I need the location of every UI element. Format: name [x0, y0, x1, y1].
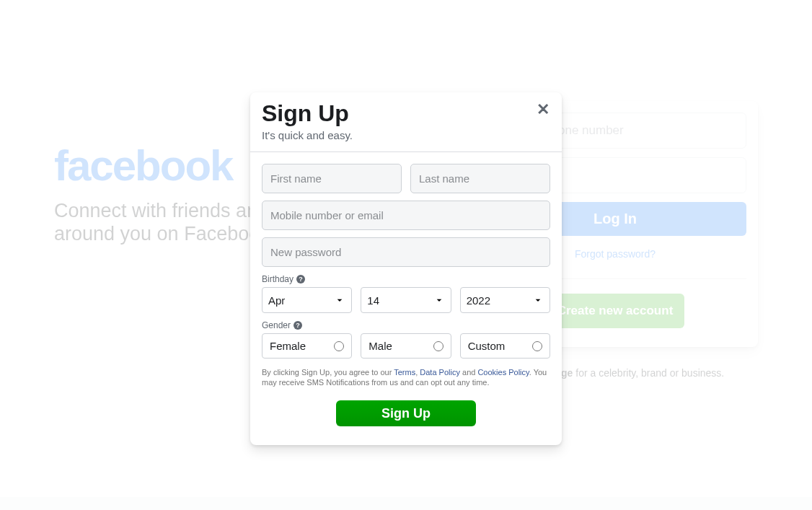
cookies-policy-link[interactable]: Cookies Policy: [477, 368, 529, 377]
legal-sep2: and: [460, 368, 477, 377]
question-icon[interactable]: ?: [296, 275, 305, 283]
gender-male-option[interactable]: Male: [361, 333, 451, 359]
data-policy-link[interactable]: Data Policy: [420, 368, 460, 377]
legal-prefix: By clicking Sign Up, you agree to our: [262, 368, 394, 377]
birthday-label-text: Birthday: [262, 274, 294, 284]
modal-subtitle: It's quick and easy.: [262, 127, 550, 144]
gender-custom-option[interactable]: Custom: [460, 333, 550, 359]
modal-header: Sign Up It's quick and easy. ✕: [250, 92, 562, 152]
birthday-label: Birthday ?: [262, 274, 550, 284]
gender-male-label: Male: [369, 340, 392, 352]
gender-female-option[interactable]: Female: [262, 333, 352, 359]
modal-overlay: Sign Up It's quick and easy. ✕ Birthday …: [0, 0, 812, 510]
close-icon[interactable]: ✕: [534, 101, 552, 118]
birthday-day-select[interactable]: 14: [361, 287, 451, 313]
gender-custom-label: Custom: [468, 340, 506, 352]
gender-female-radio[interactable]: [334, 341, 344, 351]
birthday-month-select[interactable]: Apr: [262, 287, 352, 313]
legal-text: By clicking Sign Up, you agree to our Te…: [262, 367, 550, 387]
contact-input[interactable]: [262, 201, 550, 230]
birthday-year-select[interactable]: 2022: [460, 287, 550, 313]
new-password-input[interactable]: [262, 237, 550, 267]
birthday-row: Apr 14 2022: [262, 287, 550, 313]
modal-body: Birthday ? Apr 14 2022 Gender ?: [250, 152, 562, 445]
gender-row: Female Male Custom: [262, 333, 550, 359]
last-name-input[interactable]: [410, 164, 550, 193]
gender-label: Gender ?: [262, 320, 550, 330]
gender-female-label: Female: [270, 340, 306, 352]
terms-link[interactable]: Terms: [394, 368, 415, 377]
modal-title: Sign Up: [262, 100, 550, 127]
signup-button[interactable]: Sign Up: [336, 400, 476, 426]
question-icon[interactable]: ?: [294, 321, 302, 330]
gender-custom-radio[interactable]: [532, 341, 542, 351]
first-name-input[interactable]: [262, 164, 402, 193]
gender-label-text: Gender: [262, 320, 291, 330]
signup-modal: Sign Up It's quick and easy. ✕ Birthday …: [250, 92, 562, 445]
gender-male-radio[interactable]: [433, 341, 443, 351]
